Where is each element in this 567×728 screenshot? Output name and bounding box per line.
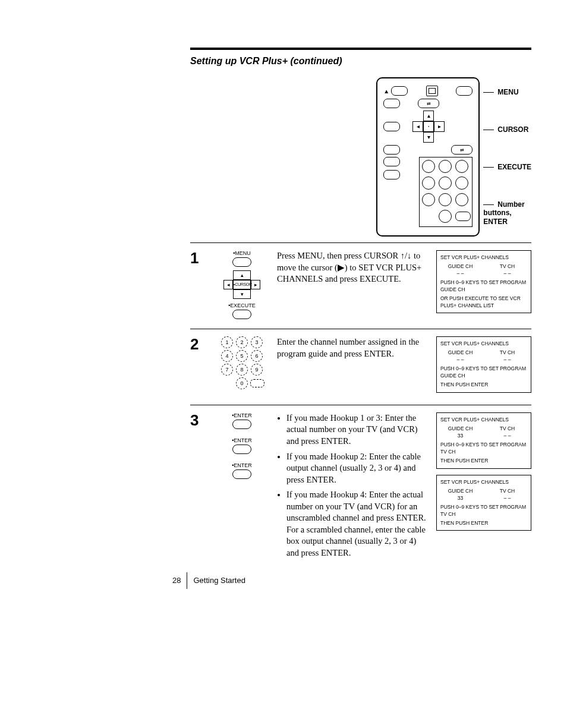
callout-menu: MENU <box>483 88 531 96</box>
remote-diagram: ▲ ⇄ ▴ ◂•▸ ▾ <box>376 77 480 237</box>
manual-page: Setting up VCR Plus+ (continued) ▲ ⇄ <box>0 0 567 625</box>
execute-button-icon <box>232 310 251 319</box>
callout-execute: EXECUTE <box>483 163 531 171</box>
callout-cursor: CURSOR <box>483 125 531 134</box>
step2-text: Enter the channel number assigned in the… <box>277 336 428 360</box>
step3-bullet: If you made Hookup 2: Enter the cable ou… <box>286 451 428 486</box>
divider <box>190 242 531 243</box>
step1-text: Press MENU, then press CURSOR ↑/↓ to mov… <box>277 250 428 285</box>
page-title: Setting up VCR Plus+ (continued) <box>190 56 531 67</box>
step3-mini-enter: •ENTER •ENTER •ENTER <box>215 412 269 487</box>
remote-callouts: MENU CURSOR EXECUTE Number buttons, ENTE… <box>480 77 531 237</box>
step-number: 2 <box>190 336 207 352</box>
enter-button-icon <box>232 469 251 479</box>
step3-screen-b: SET VCR PLUS+ CHANNELS GUIDE CH 33 TV CH… <box>436 475 531 531</box>
step-3: 3 •ENTER •ENTER •ENTER If you made Hooku… <box>190 412 531 563</box>
callout-numbers: Number buttons, ENTER <box>483 200 525 226</box>
step2-mini-keypad: 1 2 3 4 5 6 7 8 9 0 <box>215 336 269 389</box>
divider <box>190 405 531 405</box>
menu-button-icon <box>232 257 251 267</box>
step2-screen: SET VCR PLUS+ CHANNELS GUIDE CH – – TV C… <box>436 336 531 393</box>
page-number: 28 <box>172 576 181 585</box>
page-footer: 28 Getting Started <box>172 572 531 589</box>
step1-mini-remote: •MENU ▴ ◂•CURSOR▸ ▾ •EXECUTE <box>215 250 269 323</box>
footer-divider <box>187 572 187 589</box>
section-name: Getting Started <box>193 576 245 585</box>
step3-screen-a: SET VCR PLUS+ CHANNELS GUIDE CH 33 TV CH… <box>436 412 531 469</box>
enter-button-icon <box>232 445 251 454</box>
step3-bullet: If you made Hookup 4: Enter the actual n… <box>286 489 428 559</box>
enter-button-icon <box>250 379 264 387</box>
step1-screen: SET VCR PLUS+ CHANNELS GUIDE CH – – TV C… <box>436 250 531 313</box>
step-number: 3 <box>190 412 207 428</box>
step3-bullet: If you made Hookup 1 or 3: Enter the act… <box>286 412 428 447</box>
remote-diagram-row: ▲ ⇄ ▴ ◂•▸ ▾ <box>190 77 531 237</box>
cursor-dpad-icon: ▴ ◂•▸ ▾ <box>412 111 445 143</box>
top-rule <box>190 48 531 50</box>
number-pad-icon <box>419 157 472 227</box>
enter-button-icon <box>232 420 251 429</box>
divider <box>190 329 531 329</box>
cursor-dpad-small-icon: ▴ ◂•CURSOR▸ ▾ <box>215 270 269 299</box>
step-1: 1 •MENU ▴ ◂•CURSOR▸ ▾ •EXECUTE Press MEN… <box>190 250 531 323</box>
step-2: 2 1 2 3 4 5 6 7 8 9 0 Enter the channel … <box>190 336 531 399</box>
step3-text: If you made Hookup 1 or 3: Enter the act… <box>277 412 428 563</box>
step-number: 1 <box>190 250 207 266</box>
